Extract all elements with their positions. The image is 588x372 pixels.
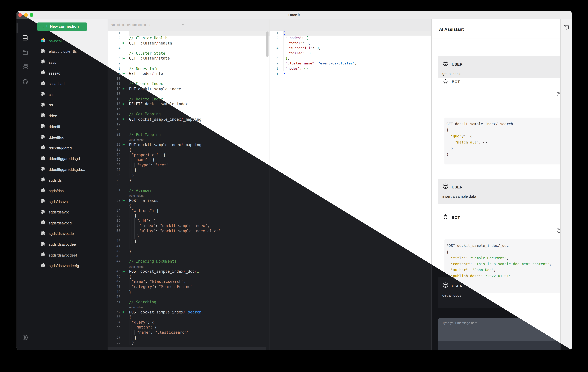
connection-item[interactable]: sgdsfdsavbcdee: [33, 239, 108, 250]
connection-item[interactable]: ddeefffggareddsgda...: [33, 164, 108, 175]
elastic-gray-icon: [41, 187, 45, 194]
connection-name: sgdsfdsavbcdeef: [49, 253, 77, 257]
connection-name: ddeefffggareddsgd: [49, 157, 80, 161]
run-query-button[interactable]: [123, 42, 125, 44]
connection-name: sgdsfdsavbcdee: [49, 242, 76, 247]
elastic-gray-icon: [41, 91, 45, 98]
activity-item-user[interactable]: [16, 333, 33, 344]
run-query-button[interactable]: [123, 270, 125, 272]
sunglasses-avatar-icon: [442, 282, 448, 290]
run-query-button[interactable]: [123, 118, 125, 121]
connection-item[interactable]: sgdsfdsa: [33, 186, 108, 196]
elastic-gray-icon: [41, 252, 45, 259]
code-line: 29}: [108, 178, 270, 183]
run-query-button[interactable]: [123, 311, 125, 313]
code-line: 43: [108, 254, 270, 259]
auto-indent-lens[interactable]: Auto Indent: [108, 264, 270, 269]
editor-toolbar: No collection/index selected: [108, 19, 270, 31]
code-line: 39}: [108, 233, 270, 239]
user-label: USER: [452, 284, 462, 288]
collection-select-value: No collection/index selected: [111, 23, 150, 27]
titlebar: DocKit: [16, 11, 572, 20]
elastic-gray-icon: [41, 113, 45, 119]
code-line: 3"total": 0,: [270, 41, 431, 46]
robot-icon: [442, 78, 448, 86]
code-line: 10: [108, 76, 270, 81]
connection-item[interactable]: sgdsfdsavbcdeefg: [33, 261, 108, 271]
code-line: 3GET _cluster/health: [108, 41, 270, 46]
connection-item[interactable]: sgdsfdsavbcd: [33, 218, 108, 228]
collections-icon: [22, 64, 28, 71]
connection-name: os-local: [49, 39, 62, 43]
connection-name: sgdsfdsavbcd: [49, 221, 72, 225]
auto-indent-lens[interactable]: Auto Indent: [108, 305, 270, 310]
copy-icon[interactable]: [556, 91, 561, 97]
editor-horizontal-scrollbar[interactable]: [108, 347, 266, 350]
activity-item-github[interactable]: [16, 77, 33, 88]
connection-item[interactable]: sgdsfdsavbc: [33, 207, 108, 218]
activity-item-gear[interactable]: [16, 348, 33, 350]
connection-item[interactable]: ddeefffgg: [33, 132, 108, 143]
connection-item[interactable]: sssadsad: [33, 79, 108, 89]
activity-bar: [16, 19, 34, 350]
code-line: 40}: [108, 239, 270, 244]
connection-item[interactable]: ssssad: [33, 68, 108, 79]
connection-name: sgdsfdsavbc: [49, 210, 70, 214]
connection-name: sgdsfdsa: [49, 189, 64, 193]
auto-indent-lens[interactable]: Auto Indent: [108, 193, 270, 198]
user-message-text: insert a sample data: [438, 191, 571, 199]
activity-item-servers[interactable]: [16, 33, 33, 44]
elastic-gray-icon: [41, 209, 45, 216]
elastic-gray-icon: [41, 48, 45, 55]
code-line: 24"properties": {: [108, 152, 270, 157]
editor-vertical-scrollbar[interactable]: [266, 31, 268, 57]
connection-name: ssss: [49, 60, 56, 64]
connection-item[interactable]: ddeefffggared: [33, 143, 108, 153]
new-connection-label: New connection: [50, 24, 79, 29]
code-line: 25"name": {: [108, 158, 270, 163]
feedback-chat-icon[interactable]: [563, 24, 569, 30]
connection-name: ccc: [49, 92, 54, 97]
code-line: 6GET _cluster/state: [108, 56, 270, 61]
code-line: 55"match": {: [108, 325, 270, 330]
connection-item[interactable]: sgdsfds: [33, 175, 108, 186]
code-line: 9}: [270, 71, 431, 76]
code-line: 8// Nodes Info: [108, 66, 270, 71]
run-query-button[interactable]: [123, 57, 125, 60]
copy-icon[interactable]: [556, 228, 561, 233]
code-line: 54"query": {: [108, 320, 270, 325]
run-query-button[interactable]: [123, 72, 125, 75]
connection-item[interactable]: ddeefffggareddsgd: [33, 153, 108, 164]
screenshot-stage: DocKit + New connection os-localelastic-…: [0, 0, 588, 372]
code-line: 33{: [108, 203, 270, 208]
run-query-button[interactable]: [123, 199, 125, 201]
run-query-button[interactable]: [123, 143, 125, 146]
connection-item[interactable]: ddee: [33, 111, 108, 121]
connection-item[interactable]: ddeefff: [33, 121, 108, 132]
elastic-gray-icon: [41, 220, 45, 226]
window-title: DocKit: [16, 11, 572, 19]
code-line: 28}: [108, 173, 270, 178]
run-query-button[interactable]: [123, 88, 125, 90]
code-line: 35{: [108, 213, 270, 218]
connection-item[interactable]: ccc: [33, 89, 108, 100]
connection-name: elastic-cluster-tls: [49, 50, 77, 54]
activity-item-collections[interactable]: [16, 62, 33, 73]
elastic-gray-icon: [41, 177, 45, 183]
connection-name: sgdsfdsavbcdeefg: [49, 264, 79, 268]
connection-item[interactable]: sgdsfdsavbcdeef: [33, 250, 108, 261]
run-query-button[interactable]: [123, 103, 125, 105]
code-line: 1: [108, 31, 270, 36]
robot-icon: [442, 214, 448, 221]
code-line: 45POST dockit_sample_index/_doc/1: [108, 269, 270, 274]
user-icon: [22, 335, 28, 342]
activity-item-folder[interactable]: [16, 48, 33, 59]
connection-item[interactable]: dd: [33, 100, 108, 111]
connection-name: ddee: [49, 114, 57, 118]
connection-item[interactable]: sgdsfdsavbcde: [33, 228, 108, 239]
elastic-gray-icon: [41, 59, 45, 66]
collection-select[interactable]: No collection/index selected: [111, 19, 188, 31]
elastic-gray-icon: [41, 145, 45, 151]
elastic-gray-icon: [41, 166, 45, 173]
connection-item[interactable]: sgdsfdsavb: [33, 196, 108, 207]
